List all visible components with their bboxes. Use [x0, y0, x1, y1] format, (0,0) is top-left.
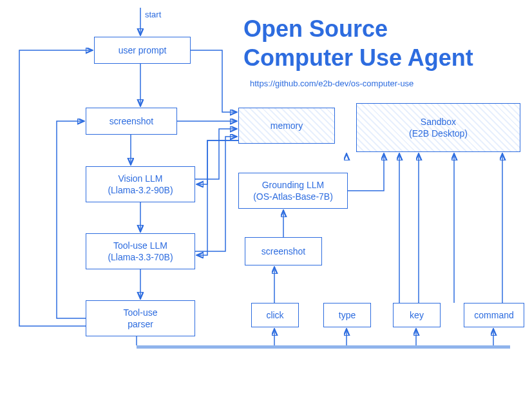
- start-label: start: [145, 10, 161, 19]
- parser-output-bar: [137, 345, 510, 349]
- tooluse-parser-line-2: parser: [128, 319, 153, 329]
- node-screenshot-2: screenshot: [245, 237, 322, 265]
- title-line-1: Open Source: [243, 15, 388, 42]
- grounding-line-2: (OS-Atlas-Base-7B): [253, 191, 333, 202]
- grounding-line-1: Grounding LLM: [262, 180, 325, 190]
- node-key: key: [393, 303, 441, 327]
- tooluse-llm-line-2: (Llama-3.3-70B): [108, 252, 173, 262]
- node-tooluse-llm: Tool-use LLM (Llama-3.3-70B): [86, 233, 195, 269]
- node-user-prompt: user prompt: [94, 37, 191, 64]
- node-tooluse-parser: Tool-use parser: [86, 300, 195, 336]
- vision-llm-line-2: (Llama-3.2-90B): [108, 185, 173, 195]
- node-click: click: [251, 303, 299, 327]
- node-screenshot-1: screenshot: [86, 108, 177, 135]
- node-memory: memory: [238, 108, 335, 144]
- node-vision-llm: Vision LLM (Llama-3.2-90B): [86, 166, 195, 202]
- diagram-title: Open Source Computer Use Agent: [243, 14, 473, 72]
- vision-llm-line-1: Vision LLM: [118, 173, 162, 184]
- node-sandbox: Sandbox (E2B Desktop): [356, 103, 520, 152]
- tooluse-llm-line-1: Tool-use LLM: [113, 240, 167, 251]
- node-grounding-llm: Grounding LLM (OS-Atlas-Base-7B): [238, 173, 348, 209]
- title-line-2: Computer Use Agent: [243, 44, 473, 71]
- sandbox-line-2: (E2B Desktop): [409, 128, 468, 139]
- node-type: type: [323, 303, 371, 327]
- diagram-subtitle: https://github.com/e2b-dev/os-computer-u…: [250, 79, 413, 88]
- node-command: command: [464, 303, 524, 327]
- sandbox-line-1: Sandbox: [421, 117, 456, 127]
- tooluse-parser-line-1: Tool-use: [124, 307, 158, 318]
